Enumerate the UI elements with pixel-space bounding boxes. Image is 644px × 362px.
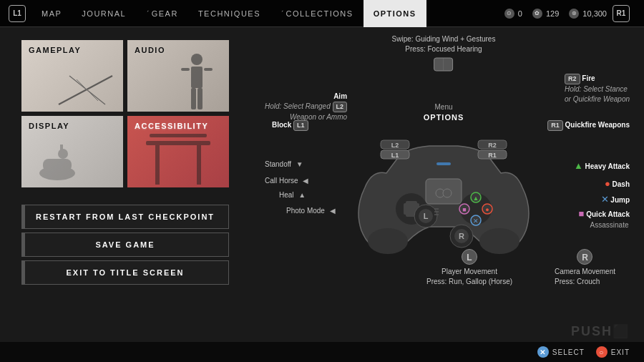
svg-rect-53 xyxy=(436,162,451,165)
top-navigation: L1 MAP JOURNAL ˊ GEAR TECHNIQUES ˊ COLLE… xyxy=(0,0,644,27)
svg-point-3 xyxy=(191,54,203,65)
svg-rect-5 xyxy=(181,68,190,71)
category-display[interactable]: DISPLAY xyxy=(21,116,123,187)
select-action: ✕ SELECT xyxy=(537,346,585,358)
svg-line-2 xyxy=(77,79,98,101)
camera-movement-label: R Camera Movement Press: Crouch xyxy=(555,249,615,287)
controller-svg: ▲ ● ✕ ■ L R L1 xyxy=(351,130,537,273)
svg-rect-10 xyxy=(43,159,72,172)
audio-label: AUDIO xyxy=(135,46,165,54)
exit-title-button[interactable]: EXIT TO TITLE SCREEN xyxy=(21,260,229,285)
push-logo: PUSH⬛ xyxy=(571,323,630,339)
svg-rect-7 xyxy=(191,88,196,109)
display-label: DISPLAY xyxy=(29,122,69,130)
action-buttons: RESTART FROM LAST CHECKPOINT SAVE GAME E… xyxy=(21,205,229,285)
nav-item-techniques[interactable]: TECHNIQUES xyxy=(188,0,270,27)
category-gameplay[interactable]: GAMEPLAY xyxy=(21,40,123,112)
warrior-icon xyxy=(175,51,218,112)
stat-flowers: ✿ 129 xyxy=(532,9,559,19)
controller-diagram: ▲ ● ✕ ■ L R L1 xyxy=(351,130,537,273)
menu-label: Menu OPTIONS xyxy=(424,102,464,123)
nav-item-gear[interactable]: ˊ GEAR xyxy=(136,0,188,27)
svg-text:R: R xyxy=(459,232,464,240)
main-area: GAMEPLAY AUDIO xyxy=(0,27,644,362)
svg-point-20 xyxy=(479,228,519,254)
category-accessibility[interactable]: ACCESSIBILITY xyxy=(127,116,229,187)
r1-label: R1 Quickfire Weapons xyxy=(547,120,630,131)
photo-mode-label: Photo Mode ◀ xyxy=(286,206,336,216)
nav-stats: ⊙ 0 ✿ 129 ⊛ 10,300 xyxy=(504,9,607,19)
svg-rect-13 xyxy=(146,141,210,145)
swipe-label: Swipe: Guiding Wind + Gestures Press: Fo… xyxy=(392,34,496,75)
svg-rect-16 xyxy=(197,145,201,185)
cross-icon: ✕ xyxy=(537,346,549,358)
svg-text:●: ● xyxy=(485,206,489,213)
category-grid: GAMEPLAY AUDIO xyxy=(21,40,229,187)
heavy-attack-label: ▲ Heavy Attack xyxy=(574,160,630,172)
aim-label: Aim Hold: Select Ranged L2 Weapon or Amm… xyxy=(265,92,347,122)
fire-label: R2 Fire Hold: Select Stance or Quickfire… xyxy=(565,74,630,104)
save-game-button[interactable]: SAVE GAME xyxy=(21,233,229,257)
nav-items: MAP JOURNAL ˊ GEAR TECHNIQUES ˊ COLLECTI… xyxy=(31,0,504,27)
sword-deco-icon xyxy=(55,72,119,108)
heal-label: Heal ▲ xyxy=(279,190,306,200)
svg-text:■: ■ xyxy=(462,206,466,213)
exit-action: ○ EXIT xyxy=(596,346,630,358)
call-horse-label: Call Horse ◀ xyxy=(265,176,308,186)
bottom-bar: ✕ SELECT ○ EXIT xyxy=(0,342,644,362)
currency-icon: ⊛ xyxy=(569,9,579,19)
quick-attack-label: ■ Quick Attack Assassinate xyxy=(579,207,630,230)
svg-text:L1: L1 xyxy=(391,152,399,159)
svg-rect-6 xyxy=(204,68,213,71)
svg-text:R1: R1 xyxy=(488,152,497,159)
svg-rect-4 xyxy=(191,67,203,88)
svg-rect-8 xyxy=(197,88,203,109)
controller-panel: Swipe: Guiding Wind + Gestures Press: Fo… xyxy=(243,27,644,362)
jump-label: ✕ Jump xyxy=(601,193,630,206)
restart-button[interactable]: RESTART FROM LAST CHECKPOINT xyxy=(21,205,229,229)
svg-rect-15 xyxy=(155,145,160,185)
flowers-icon: ✿ xyxy=(532,9,542,19)
block-label: Block L1 xyxy=(272,120,308,131)
stat-currency: ⊛ 10,300 xyxy=(569,9,607,19)
nav-item-options[interactable]: OPTIONS xyxy=(364,0,426,27)
svg-text:L2: L2 xyxy=(391,142,399,149)
svg-point-19 xyxy=(368,228,408,254)
l1-button[interactable]: L1 xyxy=(9,5,26,22)
dash-label: ● Dash xyxy=(605,177,630,190)
resolve-icon: ⊙ xyxy=(504,9,514,19)
nav-item-collections[interactable]: ˊ COLLECTIONS xyxy=(270,0,364,27)
torii-icon xyxy=(142,130,214,187)
category-audio[interactable]: AUDIO xyxy=(127,40,229,112)
svg-point-49 xyxy=(443,189,452,197)
svg-line-0 xyxy=(59,76,112,104)
svg-rect-14 xyxy=(150,134,207,137)
svg-text:▲: ▲ xyxy=(473,195,479,202)
left-panel: GAMEPLAY AUDIO xyxy=(0,27,243,362)
standoff-label: Standoff ▼ xyxy=(265,160,303,170)
gameplay-label: GAMEPLAY xyxy=(29,46,81,54)
nav-item-map[interactable]: MAP xyxy=(31,0,72,27)
r1-nav-button[interactable]: R1 xyxy=(613,5,630,22)
touchpad-icon xyxy=(433,57,454,72)
circle-icon: ○ xyxy=(596,346,608,358)
svg-text:R2: R2 xyxy=(488,142,497,149)
stat-resolve: ⊙ 0 xyxy=(504,9,522,19)
rider-icon xyxy=(29,134,86,184)
nav-item-journal[interactable]: JOURNAL xyxy=(72,0,136,27)
svg-text:✕: ✕ xyxy=(473,217,479,225)
svg-rect-12 xyxy=(60,145,63,155)
accessibility-label: ACCESSIBILITY xyxy=(135,122,208,130)
svg-text:L: L xyxy=(424,212,429,220)
